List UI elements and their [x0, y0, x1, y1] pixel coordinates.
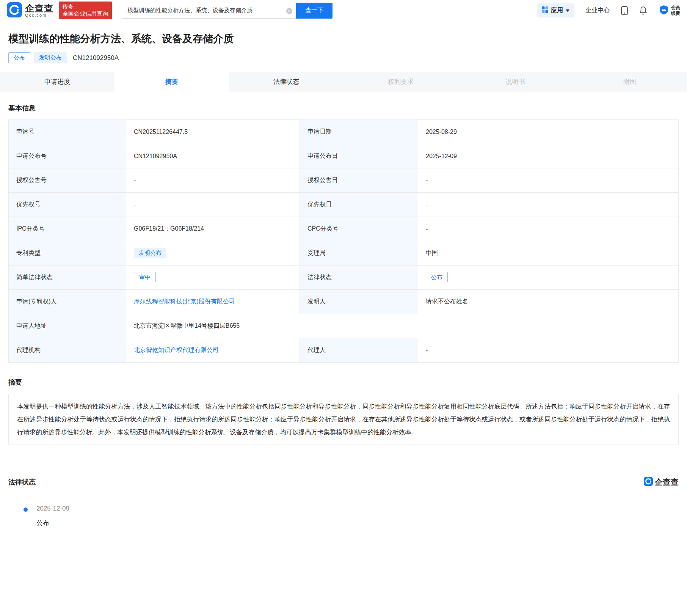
- search-bar: × 查一下: [122, 3, 333, 19]
- notification-bell-icon[interactable]: [639, 6, 647, 15]
- field-value: 中国: [418, 241, 679, 266]
- brand-domain: Qcc.com: [25, 13, 53, 17]
- table-row: 优先权号 - 优先权日 -: [9, 193, 679, 217]
- vip-renewal[interactable]: 会员 续费: [659, 5, 680, 17]
- tab-figures: 附图: [572, 72, 687, 92]
- vip-label-line2: 续费: [671, 11, 680, 16]
- vip-badge-icon: [659, 5, 669, 17]
- table-row: 申请(专利权)人 摩尔线程智能科技(北京)股份有限公司 发明人 请求不公布姓名: [9, 290, 679, 314]
- apps-menu-label: 应用: [551, 6, 563, 14]
- field-label: 申请(专利权)人: [9, 290, 126, 314]
- legal-status-badge: 公布: [426, 272, 448, 282]
- table-row: 简单法律状态 审中 法律状态 公布: [9, 266, 679, 290]
- field-label: 法律状态: [300, 266, 418, 290]
- mobile-app-icon[interactable]: [621, 6, 628, 15]
- table-row: 申请号 CN202511226447.5 申请日期 2025-08-29: [9, 120, 679, 144]
- timeline-date: 2025-12-09: [36, 505, 679, 512]
- field-value: 摩尔线程智能科技(北京)股份有限公司: [126, 290, 300, 314]
- tab-description: 说明书: [458, 72, 572, 92]
- field-value: 审中: [126, 266, 300, 290]
- qcc-logo[interactable]: 企查查 Qcc.com: [7, 2, 53, 19]
- field-value: 北京市海淀区翠微中里14号楼四层B655: [126, 314, 679, 338]
- table-row: IPC分类号 G06F18/21；G06F18/214 CPC分类号 -: [9, 217, 679, 241]
- field-value: 公布: [418, 266, 679, 290]
- patent-type-badge: 发明公布: [134, 248, 166, 258]
- field-value: -: [126, 193, 300, 217]
- field-value: 2025-12-09: [418, 144, 679, 168]
- publication-number: CN121092950A: [73, 54, 119, 62]
- table-row: 授权公告号 - 授权公告日 -: [9, 168, 679, 193]
- top-header: 企查查 Qcc.com 传奇 全国企业信用查询 × 查一下 应用 企业中: [0, 0, 687, 21]
- field-label: 发明人: [300, 290, 418, 314]
- field-label: 申请公布号: [9, 144, 126, 168]
- field-label: 优先权日: [300, 193, 418, 217]
- field-label: 申请日期: [300, 120, 418, 144]
- field-label: 申请号: [9, 120, 126, 144]
- field-value: -: [418, 338, 679, 363]
- basic-info-section-title: 基本信息: [8, 104, 679, 113]
- timeline-status: 公布: [36, 519, 679, 527]
- field-value: 发明公布: [126, 241, 300, 266]
- field-label: 专利类型: [9, 241, 126, 266]
- simple-legal-status-badge: 审中: [134, 272, 156, 282]
- promo-line2: 全国企业信用查询: [63, 10, 108, 17]
- promo-badge[interactable]: 传奇 全国企业信用查询: [59, 2, 112, 19]
- tab-application-progress[interactable]: 申请进度: [0, 72, 114, 92]
- field-value: -: [418, 217, 679, 241]
- field-label: 授权公告日: [300, 168, 418, 193]
- abstract-section-title: 摘要: [8, 378, 679, 387]
- field-label: CPC分类号: [300, 217, 418, 241]
- qcc-logo-icon: [7, 2, 22, 19]
- table-row: 代理机构 北京智乾知识产权代理有限公司 代理人 -: [9, 338, 679, 363]
- qcc-watermark-text: 企查查: [655, 477, 679, 487]
- timeline-dot-icon: [24, 508, 28, 512]
- field-label: IPC分类号: [9, 217, 126, 241]
- field-value: -: [418, 168, 679, 193]
- timeline-item: 2025-12-09 公布: [8, 505, 679, 527]
- field-label: 优先权号: [9, 193, 126, 217]
- field-value: G06F18/21；G06F18/214: [126, 217, 300, 241]
- field-label: 申请公布日: [300, 144, 418, 168]
- field-label: 受理局: [300, 241, 418, 266]
- field-value: 2025-08-29: [418, 120, 679, 144]
- brand-name: 企查查: [25, 4, 53, 13]
- field-value: -: [126, 168, 300, 193]
- qcc-watermark-logo: 企查查: [644, 477, 679, 487]
- patent-detail-page: 企查查 Qcc.com 传奇 全国企业信用查询 × 查一下 应用 企业中: [0, 0, 687, 616]
- tab-abstract[interactable]: 摘要: [114, 72, 229, 92]
- field-value: 北京智乾知识产权代理有限公司: [126, 338, 300, 363]
- field-value: CN202511226447.5: [126, 120, 300, 144]
- tab-claims: 权利要求: [344, 72, 458, 92]
- tab-legal-status[interactable]: 法律状态: [229, 72, 344, 92]
- chevron-down-icon: [566, 9, 569, 12]
- agency-company-link[interactable]: 北京智乾知识产权代理有限公司: [134, 347, 219, 353]
- apps-menu[interactable]: 应用: [537, 3, 574, 17]
- field-label: 授权公告号: [9, 168, 126, 193]
- field-value: 请求不公布姓名: [418, 290, 679, 314]
- field-label: 简单法律状态: [9, 266, 126, 290]
- patent-type-badge: 发明公布: [34, 52, 67, 63]
- status-badge: 公布: [8, 52, 30, 63]
- search-input[interactable]: [122, 3, 296, 18]
- field-value: CN121092950A: [126, 144, 300, 168]
- field-label: 申请人地址: [9, 314, 126, 338]
- abstract-text: 本发明提供一种模型训练的性能分析方法，涉及人工智能技术领域。该方法中的性能分析包…: [8, 394, 679, 445]
- applicant-company-link[interactable]: 摩尔线程智能科技(北京)股份有限公司: [134, 298, 235, 305]
- field-label: 代理机构: [9, 338, 126, 363]
- search-button[interactable]: 查一下: [296, 3, 333, 19]
- apps-grid-icon: [542, 6, 548, 14]
- clear-search-icon[interactable]: ×: [286, 8, 292, 14]
- basic-info-table: 申请号 CN202511226447.5 申请日期 2025-08-29 申请公…: [8, 119, 679, 363]
- table-row: 申请人地址 北京市海淀区翠微中里14号楼四层B655: [9, 314, 679, 338]
- field-label: 代理人: [300, 338, 418, 363]
- tab-bar: 申请进度 摘要 法律状态 权利要求 说明书 附图: [0, 72, 687, 92]
- table-row: 专利类型 发明公布 受理局 中国: [9, 241, 679, 266]
- vip-label-line1: 会员: [671, 5, 680, 11]
- promo-line1: 传奇: [63, 3, 108, 10]
- enterprise-center-link[interactable]: 企业中心: [585, 6, 610, 14]
- legal-status-section-title: 法律状态: [8, 478, 36, 487]
- field-value: -: [418, 193, 679, 217]
- legal-status-timeline: 2025-12-09 公布: [8, 505, 679, 550]
- page-title: 模型训练的性能分析方法、系统、设备及存储介质: [8, 32, 679, 46]
- title-block: 模型训练的性能分析方法、系统、设备及存储介质 公布 发明公布 CN1210929…: [0, 21, 687, 72]
